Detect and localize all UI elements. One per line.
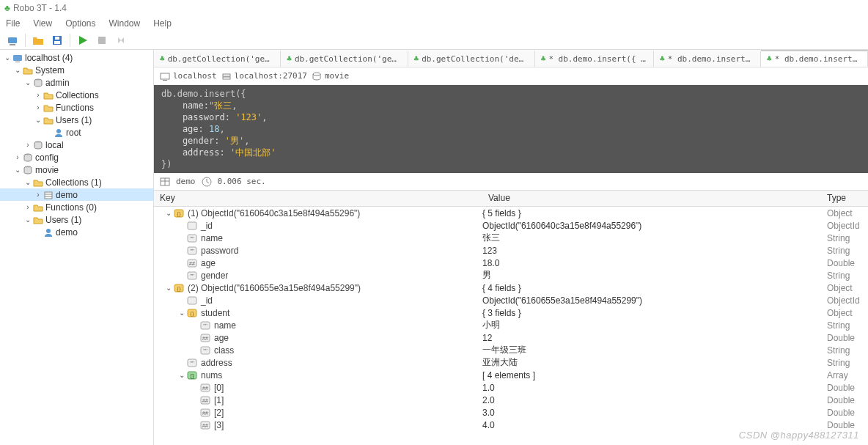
col-key[interactable]: Key <box>154 191 482 206</box>
col-type[interactable]: Type <box>821 191 868 206</box>
grid-row[interactable]: ""class一年级三班String <box>154 344 868 356</box>
toggle-icon[interactable]: › <box>23 203 32 211</box>
tree-item-functions-0-[interactable]: ›Functions (0) <box>0 201 153 213</box>
stop-button[interactable] <box>94 32 110 48</box>
result-grid[interactable]: Key Value Type ⌄{}(1) ObjectId("6160640c… <box>154 191 868 445</box>
toggle-icon[interactable]: › <box>34 91 43 99</box>
toggle-icon[interactable]: ⌄ <box>164 209 173 217</box>
tab[interactable]: ♣db.getCollection('demo')··· <box>408 50 535 67</box>
grid-row[interactable]: ⌄{}(1) ObjectId("6160640c3a15e8f494a5529… <box>154 207 868 219</box>
tree-item-system[interactable]: ⌄System <box>0 64 153 76</box>
toggle-icon[interactable]: ⌄ <box>177 309 186 317</box>
grid-row[interactable]: _idObjectId("6160655e3a15e8f494a55299")O… <box>154 294 868 306</box>
toggle-icon[interactable]: ⌄ <box>34 116 43 124</box>
grid-key: gender <box>201 271 228 281</box>
tab[interactable]: ♣db.getCollection('genre'··· <box>154 50 281 67</box>
tree-item-collections[interactable]: ›Collections <box>0 89 153 101</box>
toggle-icon[interactable]: ⌄ <box>23 216 32 224</box>
grid-type: String <box>821 233 868 243</box>
toggle-icon[interactable]: › <box>34 191 43 199</box>
tree-item-collections-1-[interactable]: ⌄Collections (1) <box>0 176 153 188</box>
svg-text:{}: {} <box>190 310 194 317</box>
toggle-icon[interactable]: › <box>13 153 22 161</box>
leaf-icon: ♣ <box>287 54 292 64</box>
grid-type: Object <box>821 308 868 318</box>
menu-help[interactable]: Help <box>153 18 172 29</box>
menu-view[interactable]: View <box>33 18 52 29</box>
tab[interactable]: ♣* db.demo.insert( {··· <box>654 50 761 67</box>
tab[interactable]: ♣db.getCollection('genre'··· <box>281 50 408 67</box>
grid-row[interactable]: ⌄{}(2) ObjectId("6160655e3a15e8f494a5529… <box>154 282 868 294</box>
num-icon: ## <box>199 383 211 393</box>
grid-row[interactable]: ⌄[]nums[ 4 elements ]Array <box>154 369 868 381</box>
tree-item-demo[interactable]: ›demo <box>0 188 153 201</box>
toggle-icon[interactable]: ⌄ <box>3 54 12 62</box>
grid-value: 一年级三班 <box>482 344 821 356</box>
menubar: File View Options Window Help <box>0 16 868 31</box>
tree-label: Users (1) <box>56 115 92 125</box>
tree-item-users-1-[interactable]: ⌄Users (1) <box>0 114 153 126</box>
tree-item-root[interactable]: root <box>0 126 153 139</box>
tree-item-functions[interactable]: ›Functions <box>0 101 153 114</box>
grid-row[interactable]: ##[0]1.0Double <box>154 381 868 394</box>
grid-type: Double <box>821 420 868 430</box>
toggle-icon[interactable]: ⌄ <box>23 178 32 186</box>
leaf-icon: ♣ <box>767 54 772 64</box>
grid-row[interactable]: ##age12Double <box>154 331 868 344</box>
tree-item-admin[interactable]: ⌄admin <box>0 76 153 89</box>
tree-item-localhost-4-[interactable]: ⌄localhost (4) <box>0 51 153 64</box>
num-icon: ## <box>199 333 211 343</box>
grid-key: name <box>201 233 223 243</box>
toggle-icon[interactable]: ⌄ <box>164 284 173 292</box>
grid-row[interactable]: ""name张三String <box>154 232 868 244</box>
grid-key: [0] <box>214 383 224 393</box>
leaf-icon: ♣ <box>160 54 165 64</box>
tree-item-config[interactable]: ›config <box>0 151 153 163</box>
grid-row[interactable]: ##[2]3.0Double <box>154 406 868 419</box>
result-statusbar: demo 0.006 sec. <box>154 173 868 191</box>
tree-label: Users (1) <box>45 215 81 225</box>
toggle-icon[interactable]: ⌄ <box>23 78 32 87</box>
save-button[interactable] <box>49 32 65 48</box>
num-icon: ## <box>199 395 211 405</box>
open-button[interactable] <box>30 32 46 48</box>
grid-key: [1] <box>214 395 224 405</box>
str-icon: "" <box>186 233 198 243</box>
toggle-icon[interactable]: ⌄ <box>13 66 22 74</box>
svg-rect-5 <box>98 37 106 44</box>
tree-item-movie[interactable]: ⌄movie <box>0 163 153 176</box>
toggle-icon[interactable]: ⌄ <box>13 166 22 174</box>
tree-item-local[interactable]: ›local <box>0 139 153 151</box>
grid-type: String <box>821 345 868 356</box>
grid-key: age <box>201 258 216 268</box>
menu-options[interactable]: Options <box>65 18 95 29</box>
grid-row[interactable]: ""gender男String <box>154 269 868 282</box>
grid-key: password <box>201 246 238 256</box>
menu-file[interactable]: File <box>6 18 20 29</box>
grid-row[interactable]: ##[1]2.0Double <box>154 394 868 406</box>
svg-rect-20 <box>223 77 230 79</box>
tree-item-demo[interactable]: demo <box>0 226 153 238</box>
grid-row[interactable]: ""password123String <box>154 244 868 257</box>
run-button[interactable] <box>75 32 91 48</box>
svg-text:"": "" <box>190 248 194 254</box>
grid-row[interactable]: _idObjectId("6160640c3a15e8f494a55296")O… <box>154 219 868 232</box>
toggle-icon[interactable]: › <box>34 103 43 111</box>
grid-row[interactable]: ""name小明String <box>154 319 868 331</box>
grid-row[interactable]: ⌄{}student{ 3 fields }Object <box>154 306 868 319</box>
grid-value: { 5 fields } <box>482 208 821 218</box>
tab[interactable]: ♣* db.demo.insert({ 'st··· <box>535 50 654 67</box>
menu-window[interactable]: Window <box>109 18 141 29</box>
toggle-icon[interactable]: › <box>23 141 32 149</box>
tree-item-users-1-[interactable]: ⌄Users (1) <box>0 213 153 226</box>
query-editor[interactable]: db.demo.insert({ name:"张三, password: '12… <box>154 85 868 173</box>
rotate-button[interactable] <box>113 32 129 48</box>
col-value[interactable]: Value <box>482 191 821 206</box>
sidebar-tree[interactable]: ⌄localhost (4)⌄System⌄admin›Collections›… <box>0 50 154 445</box>
connect-button[interactable] <box>4 32 21 48</box>
toggle-icon[interactable]: ⌄ <box>177 371 186 379</box>
grid-row[interactable]: ""address亚洲大陆String <box>154 356 868 369</box>
user-icon <box>53 127 65 139</box>
grid-row[interactable]: ##age18.0Double <box>154 257 868 269</box>
tab[interactable]: ♣* db.demo.insert( {··· <box>761 50 868 67</box>
